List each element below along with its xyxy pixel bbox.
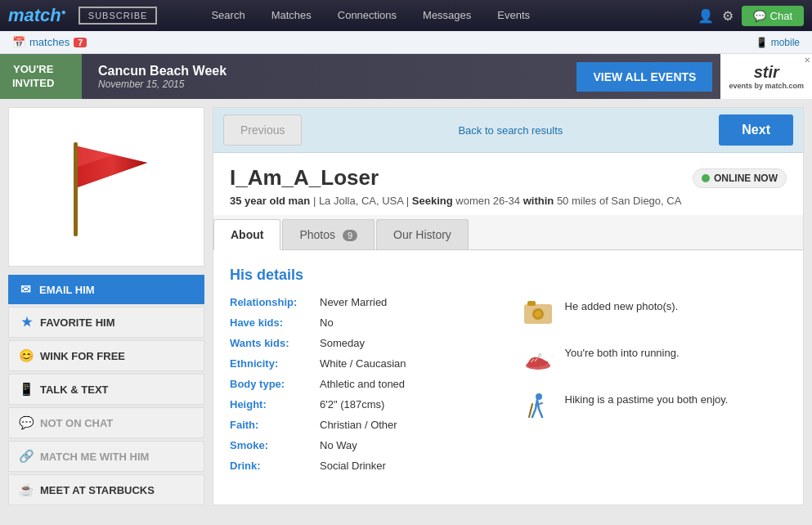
chat-label: Chat [770, 10, 792, 22]
logo[interactable]: match● [8, 5, 66, 26]
ethnicity-value: White / Caucasian [320, 357, 406, 370]
detail-drink: Drink: Social Drinker [230, 460, 496, 472]
nav-matches[interactable]: Matches [258, 0, 325, 31]
previous-button[interactable]: Previous [223, 114, 302, 146]
logo-text: match [8, 5, 61, 25]
faith-value: Christian / Other [320, 419, 397, 431]
main-content: ✉ EMAIL HIM ★ FAVORITE HIM 😊 WINK FOR FR… [0, 99, 812, 514]
matches-bar: 📅 matches 7 📱 mobile [0, 31, 812, 54]
match-me-button: 🔗 MATCH ME WITH HIM [8, 441, 204, 472]
coffee-icon: ☕ [19, 482, 34, 497]
tab-history-label: Our History [393, 228, 451, 241]
event-name: Cancun Beach Week [98, 64, 560, 79]
tab-photos-badge: 9 [343, 230, 357, 241]
mobile-label: mobile [771, 37, 800, 48]
profile-age: 35 [230, 195, 241, 207]
profile-header: I_Am_A_Loser ONLINE NOW 35 year old man … [213, 153, 803, 215]
tab-history[interactable]: Our History [376, 219, 469, 249]
svg-point-6 [535, 311, 541, 317]
hiking-icon [521, 389, 555, 424]
profile-icon-btn[interactable]: 👤 [698, 8, 714, 24]
profile-tabs: About Photos 9 Our History [213, 215, 803, 250]
body-type-value: Athletic and toned [320, 378, 405, 390]
relationship-value: Never Married [320, 296, 387, 308]
starbucks-button[interactable]: ☕ MEET AT STARBUCKS [8, 474, 204, 505]
tab-about-label: About [231, 228, 263, 241]
profile-age-gender: 35 year old man [230, 195, 310, 207]
svg-rect-7 [527, 301, 536, 306]
wink-button[interactable]: 😊 WINK FOR FREE [8, 340, 204, 371]
invite-left-badge: YOU'RE INVITED [0, 54, 82, 99]
profile-username: I_Am_A_Loser [230, 165, 379, 191]
starbucks-label: MEET AT STARBUCKS [40, 484, 155, 496]
favorite-him-label: FAVORITE HIM [40, 316, 114, 329]
stir-logo: ✕ stir events by match.com [720, 54, 812, 99]
nav-search[interactable]: Search [198, 0, 258, 31]
star-icon: ★ [19, 315, 34, 330]
email-him-label: EMAIL HIM [39, 284, 95, 296]
email-him-button[interactable]: ✉ EMAIL HIM [8, 275, 204, 304]
match-photos-text: He added new photo(s). [565, 296, 679, 312]
detail-ethnicity: Ethnicity: White / Caucasian [230, 357, 496, 370]
stir-sub-label: events by match.com [729, 82, 804, 90]
nav-links: Search Matches Connections Messages Even… [198, 0, 697, 31]
nav-messages[interactable]: Messages [410, 0, 484, 31]
relationship-label: Relationship: [230, 296, 320, 308]
stir-close-button[interactable]: ✕ [804, 56, 810, 65]
body-type-label: Body type: [230, 378, 320, 390]
seeking-label: Seeking [412, 195, 453, 207]
talk-text-button[interactable]: 📱 TALK & TEXT [8, 374, 204, 405]
profile-name-row: I_Am_A_Loser ONLINE NOW [230, 165, 787, 191]
settings-icon-btn[interactable]: ⚙ [722, 8, 733, 24]
mobile-link[interactable]: 📱 mobile [756, 37, 800, 48]
online-label: ONLINE NOW [714, 173, 778, 184]
phone-icon: 📱 [19, 382, 34, 397]
match-item-photos: He added new photo(s). [521, 296, 787, 330]
details-grid: Relationship: Never Married Have kids: N… [230, 296, 787, 480]
wants-kids-label: Wants kids: [230, 337, 320, 349]
profile-within: 50 miles of San Diego, CA [557, 195, 681, 207]
subscribe-button[interactable]: SUBSCRIBE [79, 7, 158, 25]
not-on-chat-label: NOT ON CHAT [40, 417, 113, 429]
detail-body-type: Body type: Athletic and toned [230, 378, 496, 390]
detail-faith: Faith: Christian / Other [230, 419, 496, 431]
invited-label: YOU'RE INVITED [12, 63, 54, 91]
have-kids-label: Have kids: [230, 316, 320, 329]
profile-seeking: women 26-34 [455, 195, 520, 207]
calendar-icon: 📅 [12, 36, 25, 48]
smoke-label: Smoke: [230, 439, 320, 451]
height-value: 6'2" (187cms) [320, 398, 384, 411]
tab-photos[interactable]: Photos 9 [282, 219, 375, 249]
detail-wants-kids: Wants kids: Someday [230, 337, 496, 349]
match-me-label: MATCH ME WITH HIM [40, 451, 149, 463]
email-icon: ✉ [18, 282, 33, 297]
view-all-events-button[interactable]: VIEW ALL EVENTS [576, 62, 712, 92]
match-item-hiking: Hiking is a pastime you both enjoy. [521, 389, 787, 424]
online-indicator [702, 174, 710, 182]
nav-events[interactable]: Events [484, 0, 543, 31]
ethnicity-label: Ethnicity: [230, 357, 320, 370]
wants-kids-value: Someday [320, 337, 365, 349]
matches-label: matches [29, 36, 70, 48]
favorite-him-button[interactable]: ★ FAVORITE HIM [8, 307, 204, 338]
detail-relationship: Relationship: Never Married [230, 296, 496, 308]
invite-title: Cancun Beach Week November 15, 2015 [82, 64, 576, 90]
match-running-text: You're both into running. [565, 343, 680, 359]
faith-label: Faith: [230, 419, 320, 431]
nav-connections[interactable]: Connections [325, 0, 410, 31]
tab-about[interactable]: About [213, 219, 280, 250]
drink-label: Drink: [230, 460, 320, 472]
smoke-value: No Way [320, 439, 357, 451]
back-to-results-link[interactable]: Back to search results [458, 124, 563, 137]
profile-location: La Jolla, CA, USA [319, 195, 403, 207]
mobile-icon: 📱 [756, 37, 768, 48]
details-title: His details [230, 267, 787, 284]
detail-height: Height: 6'2" (187cms) [230, 398, 496, 411]
action-buttons: ✉ EMAIL HIM ★ FAVORITE HIM 😊 WINK FOR FR… [8, 275, 204, 505]
chat-icon: 💬 [753, 10, 766, 22]
next-button[interactable]: Next [719, 114, 793, 146]
chat-button[interactable]: 💬 Chat [742, 6, 804, 26]
details-left-column: Relationship: Never Married Have kids: N… [230, 296, 496, 480]
matches-link[interactable]: 📅 matches 7 [12, 36, 87, 48]
detail-smoke: Smoke: No Way [230, 439, 496, 451]
